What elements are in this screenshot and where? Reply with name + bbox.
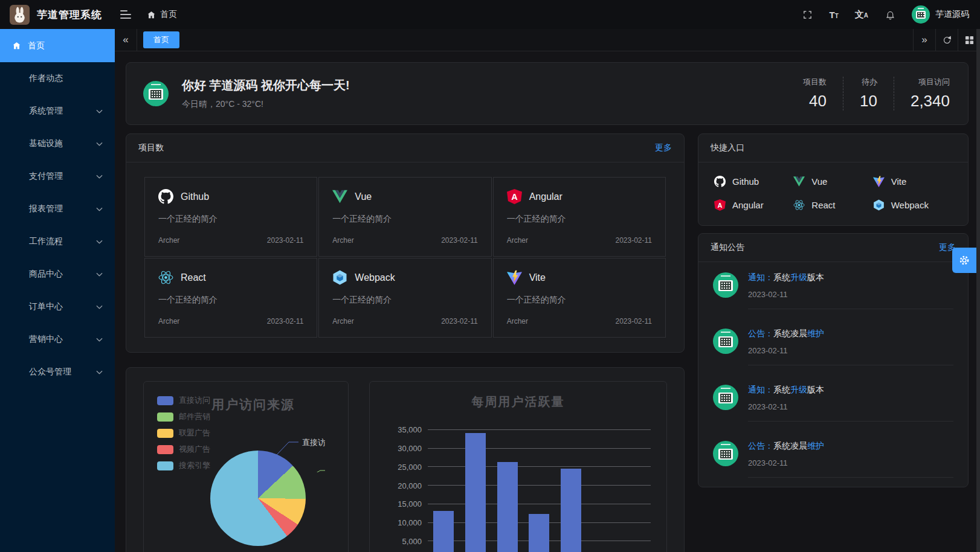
bar-series [428,430,651,552]
top-navbar: 芋道管理系统 首页 TT 文A 芋道源码 [0,0,980,29]
notice-item[interactable]: 通知：系统升级版本 2023-02-11 [698,262,968,318]
sidebar-item-author-trends[interactable]: 作者动态 [0,62,115,95]
shortcut-react[interactable]: React [793,199,872,211]
sidebar-item-order-center[interactable]: 订单中心 [0,290,115,323]
collapse-tabs-left-icon[interactable]: « [115,29,137,51]
notice-item[interactable]: 公告：系统凌晨维护 2023-02-11 [698,431,968,487]
project-author: Archer [158,236,179,245]
pie-legend-item[interactable]: 搜索引擎 [157,460,210,471]
font-size-icon[interactable]: TT [829,10,838,20]
chevron-down-icon [96,175,103,179]
refresh-icon[interactable] [935,29,958,51]
sidebar-item-marketing-center[interactable]: 营销中心 [0,323,115,356]
pie-chart-title: 用户访问来源 [211,396,295,413]
project-card-vite[interactable]: Vite 一个正经的简介 Archer 2023-02-11 [493,258,666,338]
bar-周一[interactable] [433,511,454,552]
project-date: 2023-02-11 [441,317,478,326]
sidebar-item-label: 报表管理 [29,204,104,214]
project-name: Vue [355,191,372,202]
project-date: 2023-02-11 [267,317,304,326]
greeting-stats: 项目数 40 待办 10 项目访问 2,340 [787,77,950,111]
project-card-vue[interactable]: Vue 一个正经的简介 Archer 2023-02-11 [318,177,491,257]
project-name: Vite [529,272,546,283]
shortcut-label: Github [732,176,759,187]
shortcut-label: Vue [811,176,827,187]
shortcuts-grid: Github Vue Vite Angular React Webpack [698,162,968,225]
shortcut-vite[interactable]: Vite [873,176,952,187]
shortcut-angular[interactable]: Angular [714,199,793,211]
greeting-avatar [143,81,169,106]
shortcut-github[interactable]: Github [714,176,793,187]
notice-avatar [713,441,738,466]
notice-item[interactable]: 公告：系统凌晨维护 2023-02-11 [698,318,968,374]
bar-周三[interactable] [497,462,518,552]
bar-周二[interactable] [465,433,486,552]
pie-legend: 直接访问 邮件营销 联盟广告 视频广告 搜索引擎 [157,395,210,471]
project-author: Archer [507,236,528,245]
user-menu[interactable]: 芋道源码 [912,5,969,24]
pie-chart[interactable] [210,451,306,546]
greeting-card: 你好 芋道源码 祝你开心每一天! 今日晴，20°C - 32°C! 项目数 40… [126,62,969,125]
notice-date: 2023-02-11 [748,458,953,467]
home-icon [147,10,156,19]
shortcut-webpack[interactable]: Webpack [873,199,952,211]
project-author: Archer [332,317,353,326]
rabbit-logo-icon [10,5,30,25]
project-date: 2023-02-11 [616,236,653,245]
project-card-react[interactable]: React 一个正经的简介 Archer 2023-02-11 [144,258,317,338]
sidebar-item-report[interactable]: 报表管理 [0,193,115,225]
settings-gear-button[interactable] [952,248,976,273]
pie-legend-item[interactable]: 直接访问 [157,395,210,406]
pie-legend-item[interactable]: 邮件营销 [157,411,210,422]
sidebar-item-workflow[interactable]: 工作流程 [0,225,115,258]
bar-y-axis-labels: 05,00010,00015,00020,00025,00030,00035,0… [370,430,422,552]
react-icon [158,270,173,285]
sidebar-item-official-account[interactable]: 公众号管理 [0,356,115,388]
shortcut-vue[interactable]: Vue [793,176,872,187]
project-card-webpack[interactable]: Webpack 一个正经的简介 Archer 2023-02-11 [318,258,491,338]
locale-icon[interactable]: 文A [855,9,868,21]
pie-legend-item[interactable]: 视频广告 [157,444,210,455]
svg-text:直接访问: 直接访问 [302,438,325,447]
shortcuts-panel: 快捷入口 Github Vue Vite Angular React Webpa… [698,133,969,226]
github-icon [714,176,726,187]
sidebar-item-home[interactable]: 首页 [0,29,115,62]
sidebar-item-label: 支付管理 [29,171,104,182]
page-scrollbar[interactable] [976,29,980,552]
vue-icon [793,176,805,187]
scroll-tabs-right-icon[interactable]: » [913,29,935,51]
sidebar-item-product-center[interactable]: 商品中心 [0,258,115,290]
bell-icon[interactable] [885,9,895,20]
chevron-down-icon [96,142,103,146]
chevron-down-icon [96,370,103,374]
sidebar-item-system[interactable]: 系统管理 [0,95,115,127]
shortcut-label: React [811,200,835,210]
menu-fold-icon[interactable] [120,10,131,19]
bar-周四[interactable] [529,514,549,552]
notices-panel: 通知公告 更多 通知：系统升级版本 2023-02-11 公告：系统凌晨维护 2… [698,233,969,487]
project-desc: 一个正经的简介 [158,214,303,225]
breadcrumb[interactable]: 首页 [147,9,177,20]
bar-周五[interactable] [561,469,581,552]
vite-icon [873,176,885,187]
bar-plot-area [428,430,651,552]
chevron-down-icon [96,240,103,244]
pie-legend-item[interactable]: 联盟广告 [157,428,210,438]
notice-item[interactable]: 通知：系统升级版本 2023-02-11 [698,374,968,431]
legend-label: 直接访问 [179,395,210,406]
project-card-angular[interactable]: Angular 一个正经的简介 Archer 2023-02-11 [493,177,666,257]
projects-more-link[interactable]: 更多 [655,143,672,153]
notice-title: 公告：系统凌晨维护 [748,329,953,339]
sidebar-item-payment[interactable]: 支付管理 [0,160,115,193]
project-card-github[interactable]: Github 一个正经的简介 Archer 2023-02-11 [144,177,317,257]
sidebar-item-infrastructure[interactable]: 基础设施 [0,127,115,160]
vite-icon [507,270,522,285]
stat-todo: 待办 10 [843,77,894,111]
tab-home[interactable]: 首页 [143,31,179,48]
sidebar-item-label: 商品中心 [29,269,104,280]
home-icon [12,41,21,50]
sidebar-item-label: 作者动态 [29,73,104,84]
app-logo[interactable] [10,5,30,25]
project-author: Archer [507,317,528,326]
fullscreen-icon[interactable] [802,9,813,20]
